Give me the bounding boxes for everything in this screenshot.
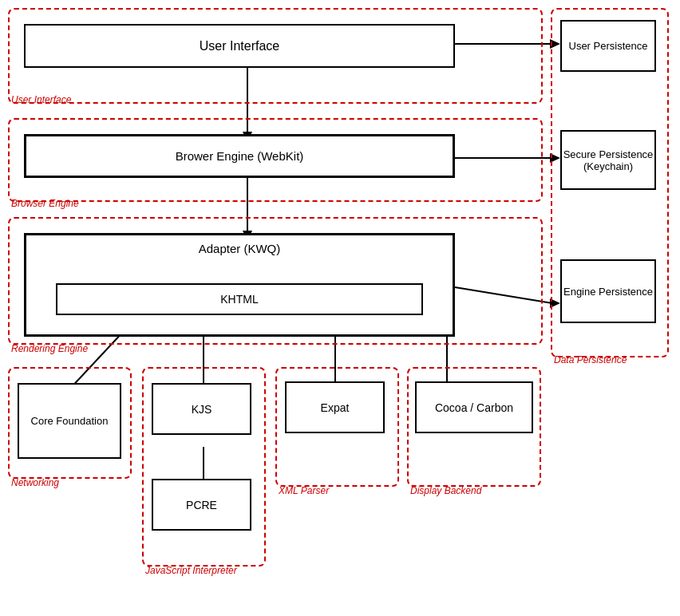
label-javascript: JavaScript Interpreter [145, 565, 237, 576]
box-core-foundation: Core Foundation [18, 383, 121, 459]
diagram-wrapper: User Interface User Interface Browser En… [0, 0, 680, 616]
box-engine-persistence: Engine Persistence [560, 259, 656, 323]
box-browser-engine: Brower Engine (WebKit) [24, 134, 455, 178]
label-networking: Networking [11, 477, 59, 488]
box-expat: Expat [285, 381, 385, 433]
box-pcre: PCRE [152, 479, 251, 531]
label-display-backend: Display Backend [410, 485, 481, 496]
label-user-interface: User Interface [11, 94, 71, 105]
box-user-interface: User Interface [24, 24, 455, 68]
box-user-persistence: User Persistence [560, 20, 656, 72]
box-cocoa-carbon: Cocoa / Carbon [415, 381, 533, 433]
label-browser-engine: Browser Engine [11, 198, 79, 209]
box-secure-persistence: Secure Persistence (Keychain) [560, 130, 656, 190]
label-data-persistence: Data Persistence [554, 354, 627, 365]
label-xml-parser: XML Parser [279, 485, 329, 496]
box-khtml: KHTML [56, 283, 423, 315]
box-kjs: KJS [152, 383, 251, 435]
label-rendering-engine: Rendering Engine [11, 343, 88, 354]
